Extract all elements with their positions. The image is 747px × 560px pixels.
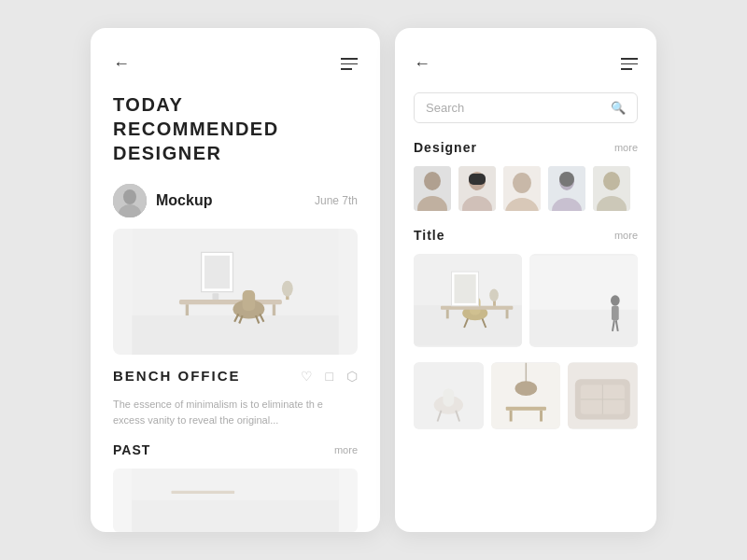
past-more-link[interactable]: more xyxy=(334,444,358,455)
past-section-title: PAST xyxy=(113,442,150,457)
designer-thumb-1[interactable] xyxy=(414,166,451,211)
svg-rect-49 xyxy=(441,306,513,310)
post-description: The essence of minimalism is to eliminat… xyxy=(113,397,358,427)
avatar xyxy=(113,184,147,217)
bottom-img-3[interactable] xyxy=(568,362,638,429)
svg-point-31 xyxy=(513,173,531,193)
svg-point-69 xyxy=(514,381,537,396)
right-menu-button[interactable] xyxy=(621,58,638,70)
designer-more-link[interactable]: more xyxy=(614,142,638,153)
section-heading: TODAY RECOMMENDED DESIGNER xyxy=(113,92,358,165)
title-section-label: Title xyxy=(414,228,445,243)
menu-line-2 xyxy=(341,63,358,65)
svg-rect-57 xyxy=(529,310,638,346)
designer-thumb-3[interactable] xyxy=(503,166,541,211)
svg-point-24 xyxy=(424,172,441,190)
search-bar[interactable]: Search 🔍 xyxy=(414,92,638,123)
menu-line-1 xyxy=(341,58,358,60)
share-button[interactable]: ⬡ xyxy=(346,369,358,384)
post-action-buttons: ♡ □ ⬡ xyxy=(301,369,358,384)
bottom-image-row xyxy=(414,362,638,429)
menu-line-3 xyxy=(341,68,352,70)
svg-rect-50 xyxy=(446,310,449,319)
title-section-header: Title more xyxy=(414,228,638,243)
left-phone-card: ← TODAY RECOMMENDED DESIGNER Mockup June… xyxy=(91,28,380,532)
designer-name-label: Mockup xyxy=(156,192,305,209)
svg-rect-72 xyxy=(540,411,543,422)
svg-rect-35 xyxy=(559,172,574,187)
search-icon: 🔍 xyxy=(611,101,626,115)
svg-rect-22 xyxy=(171,491,234,494)
svg-rect-70 xyxy=(505,407,545,411)
designer-avatars-row xyxy=(414,166,638,211)
left-menu-button[interactable] xyxy=(341,58,358,70)
right-menu-line-2 xyxy=(621,63,638,65)
title-grid-img-2[interactable] xyxy=(529,254,638,347)
comment-button[interactable]: □ xyxy=(326,369,333,384)
svg-point-18 xyxy=(282,281,293,297)
past-section-header: PAST more xyxy=(113,442,358,457)
svg-rect-7 xyxy=(186,304,189,315)
left-back-button[interactable]: ← xyxy=(113,54,130,74)
designer-date-label: June 7th xyxy=(315,194,358,207)
svg-rect-71 xyxy=(509,411,512,422)
designer-thumb-5[interactable] xyxy=(593,166,630,211)
title-grid-img-1[interactable] xyxy=(414,254,522,347)
designer-thumb-2[interactable] xyxy=(458,166,496,211)
title-image-grid xyxy=(414,254,638,355)
svg-rect-19 xyxy=(212,293,218,300)
svg-rect-6 xyxy=(179,300,282,304)
main-post-image xyxy=(113,229,358,355)
svg-point-1 xyxy=(123,189,136,204)
svg-rect-28 xyxy=(469,174,486,185)
right-menu-line-1 xyxy=(621,58,638,60)
svg-point-58 xyxy=(611,295,620,306)
post-title-label: BENCH OFFICE xyxy=(113,368,241,384)
svg-rect-51 xyxy=(506,310,509,319)
designer-section-header: Designer more xyxy=(414,140,638,155)
right-back-button[interactable]: ← xyxy=(414,54,430,74)
left-header: ← xyxy=(113,54,358,74)
right-menu-line-3 xyxy=(621,68,632,70)
right-phone-card: ← Search 🔍 Designer more xyxy=(395,28,656,532)
svg-rect-16 xyxy=(204,256,230,289)
svg-rect-53 xyxy=(455,274,476,303)
designer-thumb-4[interactable] xyxy=(548,166,585,211)
search-input[interactable]: Search xyxy=(426,101,603,115)
like-button[interactable]: ♡ xyxy=(301,369,313,384)
right-header: ← xyxy=(414,54,638,74)
svg-point-55 xyxy=(489,288,499,301)
designer-section-title: Designer xyxy=(414,140,477,155)
svg-rect-21 xyxy=(132,500,339,532)
svg-point-38 xyxy=(603,172,620,190)
svg-rect-64 xyxy=(443,388,454,407)
bottom-img-1[interactable] xyxy=(414,362,484,429)
svg-rect-8 xyxy=(273,304,275,315)
svg-rect-10 xyxy=(243,290,256,311)
svg-rect-59 xyxy=(612,306,619,320)
bottom-img-2[interactable] xyxy=(491,362,561,429)
past-thumbnail xyxy=(113,469,358,532)
title-more-link[interactable]: more xyxy=(614,230,638,241)
designer-info-row: Mockup June 7th xyxy=(113,184,358,217)
